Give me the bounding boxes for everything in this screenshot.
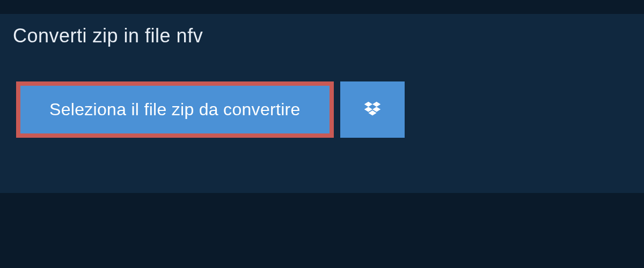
select-file-label: Seleziona il file zip da convertire: [49, 100, 301, 120]
select-file-button[interactable]: Seleziona il file zip da convertire: [16, 81, 334, 138]
dropbox-icon: [362, 100, 383, 120]
button-row: Seleziona il file zip da convertire: [16, 81, 628, 138]
content-area: Seleziona il file zip da convertire: [0, 60, 644, 159]
footer-bar: [0, 193, 644, 268]
header-bar: [0, 0, 644, 14]
dropbox-button[interactable]: [340, 81, 405, 138]
page-title: Converti zip in file nfv: [0, 14, 219, 60]
